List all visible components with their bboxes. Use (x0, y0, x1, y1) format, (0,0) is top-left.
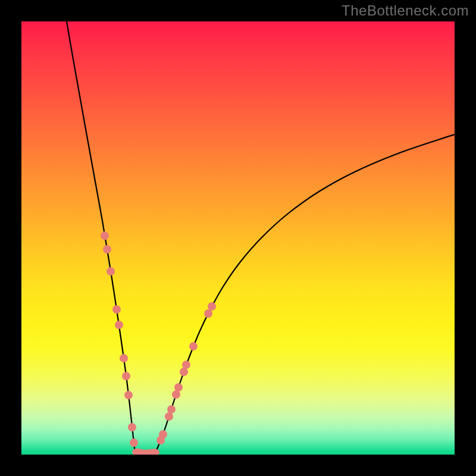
curve-marker (128, 423, 136, 431)
curve-marker (107, 267, 115, 275)
plot-area (21, 21, 455, 455)
bottleneck-curve (67, 21, 455, 453)
curve-marker (124, 391, 133, 399)
curve-marker (130, 439, 138, 447)
curve-svg (21, 21, 455, 455)
curve-marker (165, 412, 173, 421)
curve-marker (167, 405, 176, 414)
curve-marker (204, 309, 212, 318)
curve-marker (112, 305, 121, 314)
curve-marker (120, 354, 128, 362)
curve-marker (208, 302, 216, 311)
curve-marker (180, 368, 188, 376)
curve-markers (101, 231, 216, 455)
chart-frame: TheBottleneck.com (0, 0, 476, 476)
watermark-text: TheBottleneck.com (342, 2, 469, 19)
curve-marker (101, 231, 109, 240)
curve-marker (182, 361, 190, 369)
curve-marker (122, 372, 130, 380)
curve-marker (159, 430, 167, 439)
curve-marker (172, 390, 180, 399)
curve-marker (115, 321, 123, 329)
curve-marker (189, 342, 198, 350)
curve-marker (174, 383, 183, 392)
curve-marker (103, 245, 111, 253)
